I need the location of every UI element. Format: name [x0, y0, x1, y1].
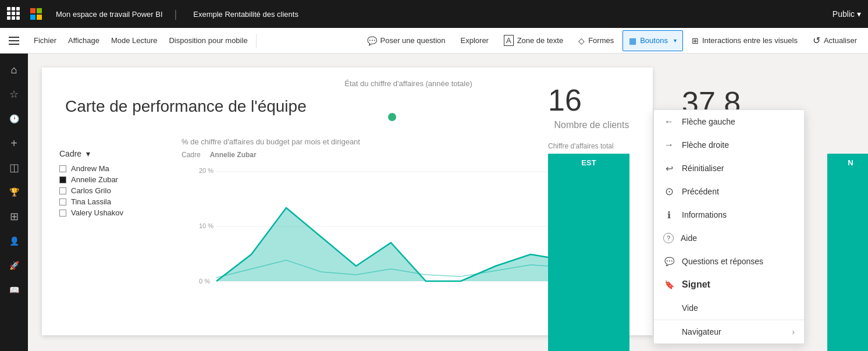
dropdown-label-navigateur: Navigateur [682, 327, 721, 336]
people-icon: 👤 [9, 236, 19, 246]
visibility-button[interactable]: Public ▾ [833, 9, 861, 19]
cadre-checkbox-4[interactable] [59, 210, 66, 217]
chart-subtitle-text: % de chiffre d'affaires du budget par mo… [182, 137, 360, 146]
boutons-label: Boutons [640, 36, 668, 45]
sidebar-item-home[interactable]: ⌂ [2, 58, 26, 81]
interactions-button[interactable]: Interactions entre les visuels [685, 30, 804, 51]
dropdown-label-fleche-gauche: Flèche gauche [682, 117, 735, 126]
cadre-checkbox-3[interactable] [59, 198, 66, 205]
report-title: Exemple Rentabilité des clients [193, 10, 298, 19]
poser-question-button[interactable]: Poser une question [361, 30, 452, 51]
cadre-label: Cadre [59, 149, 81, 158]
chevron-down-icon: ▾ [857, 9, 861, 19]
menu-toggle-button[interactable] [5, 31, 23, 50]
dropdown-item-informations[interactable]: ℹ Informations [654, 203, 804, 226]
legend-annelie: Annelie Zubar [210, 151, 257, 159]
create-icon: + [10, 137, 17, 150]
dropdown-item-precedent[interactable]: ⊙ Précédent [654, 180, 804, 203]
state-label: État du chiffre d'affaires (année totale… [321, 79, 496, 88]
chart-title: Carte de performance de l'équipe [65, 97, 307, 116]
mode-lecture-menu[interactable]: Mode Lecture [105, 28, 163, 54]
zone-texte-button[interactable]: Zone de texte [497, 30, 570, 51]
est-block: EST [548, 154, 629, 351]
sidebar-item-favorites[interactable]: ☆ [2, 83, 26, 106]
home-icon: ⌂ [11, 64, 17, 76]
cadre-item-3[interactable]: Tina Lassila [59, 196, 176, 207]
formes-button[interactable]: Formes [572, 30, 620, 51]
line-chart-svg: 20 % 10 % 0 % [182, 161, 589, 289]
dropdown-label-aide: Aide [681, 233, 697, 243]
sidebar-item-apps[interactable]: ◫ [2, 156, 26, 179]
actualiser-label: Actualiser [824, 36, 857, 45]
arrow-right-icon: → [663, 139, 675, 151]
sidebar-item-workspaces[interactable]: ⊞ [2, 205, 26, 228]
cadre-item-2[interactable]: Carlos Grilo [59, 185, 176, 196]
fichier-menu[interactable]: Fichier [28, 28, 62, 54]
sidebar-item-people[interactable]: 👤 [2, 229, 26, 253]
dropdown-item-qa[interactable]: 💬 Questions et réponses [654, 250, 804, 273]
topbar-divider: | [175, 8, 177, 20]
waffle-icon[interactable] [7, 7, 21, 21]
sidebar-item-deploy[interactable]: 🚀 [2, 254, 26, 277]
dropdown-item-signet[interactable]: 🔖 Signet [654, 273, 804, 296]
boutons-chevron: ▾ [674, 37, 677, 44]
svg-text:10 %: 10 % [199, 222, 214, 229]
disposition-mobile-menu[interactable]: Disposition pour mobile [163, 28, 253, 54]
sidebar-item-metrics[interactable]: 🏆 [2, 180, 26, 204]
empty-icon [663, 302, 675, 314]
cadre-checkbox-1[interactable] [59, 176, 66, 183]
cadre-name-4: Valery Ushakov [71, 208, 123, 217]
dropdown-label-signet: Signet [682, 279, 710, 290]
dropdown-label-qa: Questions et réponses [682, 257, 763, 266]
dropdown-item-aide[interactable]: ? Aide [654, 226, 804, 250]
dropdown-label-fleche-droite: Flèche droite [682, 140, 729, 150]
dropdown-item-reinitialiser[interactable]: ↩ Réinitialiser [654, 157, 804, 180]
metrics-icon: 🏆 [9, 187, 19, 197]
favorites-icon: ☆ [9, 88, 19, 101]
cadre-item-0[interactable]: Andrew Ma [59, 163, 176, 174]
svg-text:0 %: 0 % [199, 278, 210, 285]
cadre-dropdown-icon[interactable]: ▾ [86, 149, 90, 158]
svg-text:20 %: 20 % [199, 167, 214, 174]
dropdown-label-precedent: Précédent [682, 187, 719, 196]
sidebar-item-create[interactable]: + [2, 132, 26, 155]
main-canvas-area: Carte de performance de l'équipe État du… [28, 54, 868, 351]
toolbar-actions: Poser une question Explorer Zone de text… [361, 30, 864, 51]
boutons-button[interactable]: Boutons ▾ [622, 30, 683, 51]
cadre-item-1[interactable]: Annelie Zubar [59, 174, 176, 185]
sidebar-item-recent[interactable]: 🕐 [2, 107, 26, 130]
explorer-button[interactable]: Explorer [454, 30, 495, 51]
cadre-checkbox-2[interactable] [59, 187, 66, 194]
cadre-header: Cadre ▾ [59, 149, 176, 158]
boutons-dropdown-menu: ← Flèche gauche → Flèche droite ↩ Réinit… [653, 109, 805, 344]
dropdown-item-vide[interactable]: Vide [654, 296, 804, 320]
affichage-menu[interactable]: Affichage [62, 28, 105, 54]
interactions-label: Interactions entre les visuels [702, 36, 798, 45]
cadre-name-2: Carlos Grilo [71, 186, 111, 195]
dropdown-label-reinitialiser: Réinitialiser [682, 164, 724, 173]
actualiser-button[interactable]: Actualiser [806, 30, 863, 51]
learn-icon: 📖 [9, 285, 19, 295]
cadre-item-4[interactable]: Valery Ushakov [59, 207, 176, 218]
dropdown-item-fleche-droite[interactable]: → Flèche droite [654, 133, 804, 157]
dropdown-item-fleche-gauche[interactable]: ← Flèche gauche [654, 110, 804, 133]
dropdown-label-vide: Vide [682, 303, 698, 313]
text-zone-icon [504, 36, 514, 45]
dropdown-label-informations: Informations [682, 210, 727, 219]
refresh-icon [813, 35, 820, 46]
explorer-label: Explorer [461, 36, 489, 45]
cadre-checkbox-0[interactable] [59, 165, 66, 172]
formes-label: Formes [588, 36, 614, 45]
status-dot [388, 113, 396, 121]
chiffre-label: Chiffre d'affaires total [548, 142, 614, 150]
sidebar-item-learn[interactable]: 📖 [2, 278, 26, 302]
dropdown-item-navigateur[interactable]: Navigateur › [654, 320, 804, 343]
shapes-icon [578, 36, 585, 45]
topbar: Mon espace de travail Power BI | Exemple… [0, 0, 868, 28]
app-title: Mon espace de travail Power BI [56, 10, 163, 19]
qa-icon: 💬 [663, 256, 675, 267]
chevron-right-icon: › [792, 327, 795, 336]
zone-texte-label: Zone de texte [517, 36, 564, 45]
deploy-icon: 🚀 [9, 261, 19, 270]
back-icon: ⊙ [663, 186, 675, 197]
